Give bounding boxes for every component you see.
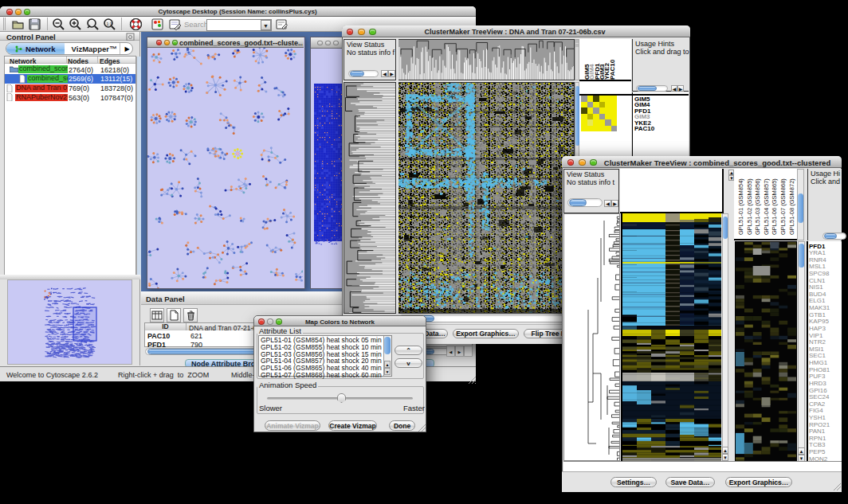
svg-text:1:1: 1:1 [107, 21, 112, 26]
